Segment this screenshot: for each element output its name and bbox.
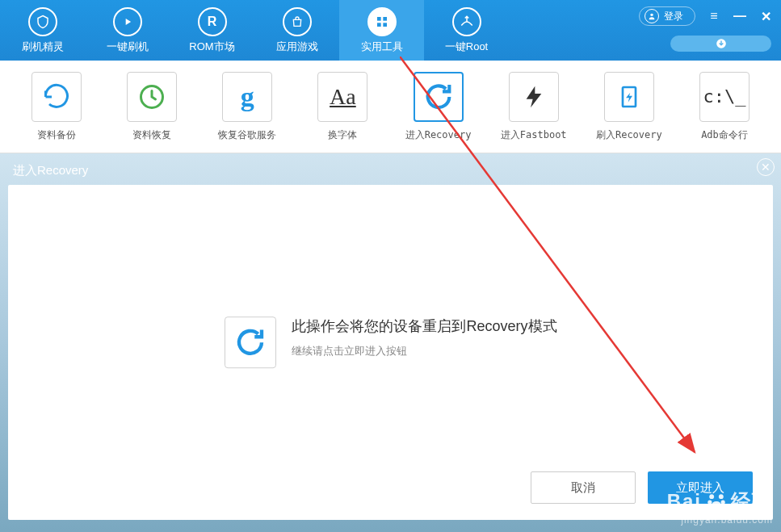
download-button[interactable] — [670, 36, 771, 52]
svg-rect-1 — [383, 17, 387, 21]
nav-label: 一键Root — [445, 40, 488, 54]
close-icon[interactable]: ✕ — [758, 9, 773, 24]
login-button[interactable]: 登录 — [639, 6, 695, 26]
tools-toolbar: 资料备份 资料恢复 g 恢复谷歌服务 Aa 换字体 进入Recovery 进入F… — [0, 61, 781, 153]
tool-adb-cli[interactable]: c:\_ Adb命令行 — [684, 72, 765, 142]
tool-label: 进入Fastboot — [501, 128, 567, 142]
svg-rect-2 — [377, 23, 381, 27]
nav-label: ROM市场 — [189, 40, 234, 54]
user-icon — [645, 9, 659, 23]
font-icon: Aa — [317, 72, 367, 122]
confirm-button[interactable]: 立即进入 — [648, 471, 753, 504]
content-area: 进入Recovery ✕ 此操作会将您的设备重启到Recovery模式 继续请点… — [0, 153, 781, 532]
recovery-icon — [224, 316, 275, 368]
svg-point-4 — [650, 14, 653, 16]
backup-icon — [31, 72, 82, 122]
tool-label: 进入Recovery — [405, 128, 472, 142]
confirm-message: 此操作会将您的设备重启到Recovery模式 继续请点击立即进入按钮 — [224, 316, 556, 368]
root-icon — [452, 7, 481, 36]
nav-label: 实用工具 — [361, 40, 403, 54]
nav-label: 应用游戏 — [276, 40, 318, 54]
tool-label: Adb命令行 — [701, 128, 748, 142]
tool-change-font[interactable]: Aa 换字体 — [302, 72, 383, 142]
bag-icon — [283, 7, 312, 36]
recovery-icon — [414, 72, 464, 122]
nav-label: 一键刷机 — [107, 40, 149, 54]
google-icon: g — [222, 72, 272, 122]
tool-google-restore[interactable]: g 恢复谷歌服务 — [207, 72, 288, 142]
tool-label: 换字体 — [328, 128, 357, 142]
minimize-icon[interactable]: — — [733, 9, 747, 23]
grid-icon — [367, 7, 397, 36]
tool-enter-fastboot[interactable]: 进入Fastboot — [493, 72, 574, 142]
nav-tab-rom-market[interactable]: R ROM市场 — [170, 0, 254, 61]
login-label: 登录 — [664, 10, 683, 23]
dialog-panel: 此操作会将您的设备重启到Recovery模式 继续请点击立即进入按钮 取消 立即… — [8, 185, 773, 520]
top-navbar: 刷机精灵 一键刷机 R ROM市场 应用游戏 实用工具 一键Root — [0, 0, 781, 61]
nav-tab-apps-games[interactable]: 应用游戏 — [254, 0, 339, 61]
confirm-subtext: 继续请点击立即进入按钮 — [292, 344, 556, 358]
nav-tab-utilities[interactable]: 实用工具 — [339, 0, 424, 61]
tool-label: 恢复谷歌服务 — [218, 128, 276, 142]
play-icon — [113, 7, 142, 36]
nav-tab-one-key-flash[interactable]: 一键刷机 — [85, 0, 170, 61]
tool-label: 资料恢复 — [132, 128, 171, 142]
tool-backup[interactable]: 资料备份 — [16, 72, 97, 142]
tool-enter-recovery[interactable]: 进入Recovery — [398, 72, 479, 142]
svg-rect-3 — [383, 23, 387, 27]
panel-close-icon[interactable]: ✕ — [757, 158, 775, 176]
menu-icon[interactable]: ≡ — [707, 9, 721, 23]
flash-recovery-icon — [604, 72, 654, 122]
fastboot-icon — [509, 72, 559, 122]
rom-icon: R — [198, 7, 227, 36]
tool-label: 资料备份 — [37, 128, 76, 142]
nav-tab-one-key-root[interactable]: 一键Root — [424, 0, 509, 61]
cancel-button[interactable]: 取消 — [531, 471, 636, 504]
nav-tab-flash-wizard[interactable]: 刷机精灵 — [0, 0, 85, 61]
tool-label: 刷入Recovery — [596, 128, 662, 142]
restore-icon — [127, 72, 177, 122]
confirm-heading: 此操作会将您的设备重启到Recovery模式 — [292, 316, 556, 336]
adb-icon: c:\_ — [699, 72, 750, 122]
tool-flash-recovery[interactable]: 刷入Recovery — [589, 72, 670, 142]
svg-rect-0 — [377, 17, 381, 21]
header-right-controls: 登录 ≡ — ✕ — [639, 6, 773, 26]
panel-title: 进入Recovery — [8, 161, 773, 185]
tool-restore[interactable]: 资料恢复 — [111, 72, 192, 142]
nav-label: 刷机精灵 — [22, 40, 64, 54]
dialog-buttons: 取消 立即进入 — [531, 471, 753, 504]
shield-icon — [28, 7, 57, 36]
